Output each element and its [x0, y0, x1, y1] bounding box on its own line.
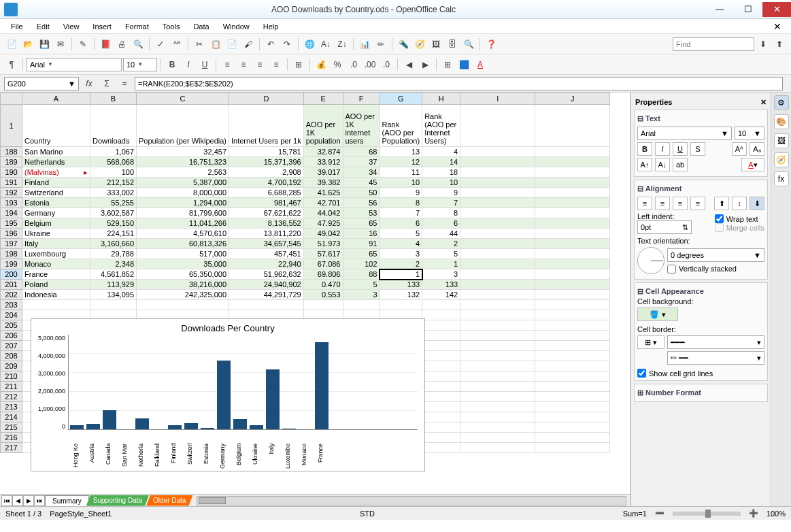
menu-tools[interactable]: Tools [157, 21, 186, 32]
row-header[interactable]: 199 [1, 259, 22, 269]
row-header[interactable]: 200 [1, 269, 22, 280]
hyperlink-icon[interactable]: 🌐 [302, 37, 317, 52]
email-icon[interactable]: ✉ [53, 37, 68, 52]
redo-icon[interactable]: ↷ [280, 37, 294, 52]
row-header[interactable]: 192 [1, 188, 22, 198]
sidebar-functions-icon[interactable]: fx [774, 171, 789, 186]
increase-indent-icon[interactable]: ▶ [418, 57, 433, 72]
row-header[interactable]: 190 [1, 167, 22, 178]
menu-help[interactable]: Help [258, 21, 284, 32]
menu-window[interactable]: Window [218, 21, 255, 32]
function-wizard-icon[interactable]: fx [82, 76, 97, 91]
status-sum[interactable]: Sum=1 [623, 510, 647, 518]
styles-icon[interactable]: ¶ [4, 57, 19, 72]
find-prev-icon[interactable]: ⬆ [772, 37, 787, 52]
row-header[interactable]: 196 [1, 229, 22, 239]
document-close-icon[interactable]: ✕ [769, 21, 786, 32]
bold-icon[interactable]: B [165, 57, 180, 72]
sort-asc-icon[interactable]: A↓ [318, 37, 333, 52]
maximize-button[interactable]: ☐ [734, 2, 762, 17]
sidebar-valign-middle-icon[interactable]: ↕ [732, 197, 747, 210]
align-right-icon[interactable]: ≡ [252, 57, 267, 72]
row-header-1[interactable]: 1 [1, 105, 22, 147]
formula-input[interactable] [135, 77, 783, 90]
italic-icon[interactable]: I [181, 57, 196, 72]
sort-desc-icon[interactable]: Z↓ [335, 37, 350, 52]
align-left-icon[interactable]: ≡ [220, 57, 235, 72]
merge-cells-icon[interactable]: ⊞ [291, 57, 306, 72]
sidebar-properties-icon[interactable]: ⚙ [774, 95, 789, 110]
undo-icon[interactable]: ↶ [263, 37, 278, 52]
borders-icon[interactable]: ⊞ [440, 57, 455, 72]
save-icon[interactable]: 💾 [37, 37, 52, 52]
row-header[interactable]: 201 [1, 280, 22, 290]
sidebar-navigator-icon[interactable]: 🧭 [774, 152, 789, 167]
currency-icon[interactable]: 💰 [314, 57, 329, 72]
sidebar-underline-icon[interactable]: U [673, 142, 688, 156]
border-preset-picker[interactable]: ⊞ ▾ [637, 335, 664, 349]
sidebar-superscript-icon[interactable]: Aᴬ [732, 142, 747, 156]
sidebar-shrink-font-icon[interactable]: A↓ [655, 158, 670, 171]
sheet-first-icon[interactable]: ⏮ [1, 495, 12, 506]
show-draw-icon[interactable]: ✏ [373, 37, 388, 52]
sum-icon[interactable]: Σ [99, 76, 114, 91]
find-next-icon[interactable]: ⬇ [756, 37, 771, 52]
close-button[interactable]: ✕ [762, 2, 791, 17]
col-header-B[interactable]: B [90, 93, 137, 105]
border-color-dropdown[interactable]: ✏ ━━▾ [667, 351, 764, 365]
sidebar-align-center-icon[interactable]: ≡ [655, 197, 670, 210]
format-paint-icon[interactable]: 🖌 [241, 37, 256, 52]
number-format-icon[interactable]: .0 [346, 57, 361, 72]
sheet-last-icon[interactable]: ⏭ [34, 495, 45, 506]
vertically-stacked-checkbox[interactable]: Vertically stacked [667, 265, 764, 273]
chart-icon[interactable]: 📊 [357, 37, 372, 52]
font-size-dropdown[interactable]: 10▼ [123, 58, 157, 71]
sidebar-styles-icon[interactable]: 🎨 [774, 114, 789, 129]
align-justify-icon[interactable]: ≡ [269, 57, 284, 72]
sidebar-valign-top-icon[interactable]: ⬆ [714, 197, 729, 210]
cell-reference-box[interactable]: G200▼ [4, 77, 79, 90]
remove-decimal-icon[interactable]: .0 [379, 57, 394, 72]
row-header[interactable]: 198 [1, 249, 22, 259]
sidebar-strike-icon[interactable]: S [690, 142, 705, 156]
bg-color-icon[interactable]: 🟦 [456, 57, 471, 72]
sidebar-subscript-icon[interactable]: Aₐ [750, 142, 764, 156]
gallery-icon[interactable]: 🖼 [428, 37, 443, 52]
menu-edit[interactable]: Edit [31, 21, 55, 32]
horizontal-scrollbar[interactable] [197, 496, 626, 505]
percent-icon[interactable]: % [330, 57, 345, 72]
sheet-tab[interactable]: Summary [45, 495, 89, 506]
orientation-wheel[interactable] [637, 247, 664, 274]
wrap-text-checkbox[interactable]: Wrap text [715, 214, 764, 223]
datasources-icon[interactable]: 🗄 [445, 37, 460, 52]
font-color-icon[interactable]: A [473, 57, 488, 72]
sidebar-align-left-icon[interactable]: ≡ [637, 197, 652, 210]
col-header-J[interactable]: J [535, 93, 610, 105]
merge-cells-checkbox[interactable]: Merge cells [715, 223, 764, 232]
col-header-G[interactable]: G [380, 93, 422, 105]
row-header[interactable]: 189 [1, 157, 22, 167]
menu-data[interactable]: Data [188, 21, 214, 32]
row-header[interactable]: 202 [1, 290, 22, 300]
paste-icon[interactable]: 📄 [224, 37, 239, 52]
sidebar-close-icon[interactable]: ✕ [760, 98, 767, 107]
sidebar-indent-spinner[interactable]: 0pt⇅ [637, 220, 692, 234]
orientation-degrees-dropdown[interactable]: 0 degrees▼ [667, 248, 764, 262]
row-header[interactable]: 193 [1, 198, 22, 208]
pdf-icon[interactable]: 📕 [98, 37, 113, 52]
col-header-A[interactable]: A [22, 93, 90, 105]
status-zoom[interactable]: 100% [767, 510, 786, 518]
sidebar-valign-bottom-icon[interactable]: ⬇ [750, 197, 764, 210]
find-icon[interactable]: 🔦 [396, 37, 411, 52]
col-header-D[interactable]: D [229, 93, 304, 105]
col-header-I[interactable]: I [460, 93, 535, 105]
col-header-H[interactable]: H [422, 93, 460, 105]
show-gridlines-checkbox[interactable]: Show cell grid lines [637, 369, 764, 378]
print-icon[interactable]: 🖨 [114, 37, 129, 52]
cell-bg-color-picker[interactable]: 🪣 ▾ [637, 307, 678, 321]
col-header-E[interactable]: E [303, 93, 343, 105]
autospell-icon[interactable]: ᴬᴮ [169, 37, 184, 52]
cut-icon[interactable]: ✂ [192, 37, 207, 52]
menu-view[interactable]: View [58, 21, 85, 32]
function-icon[interactable]: = [117, 76, 132, 91]
